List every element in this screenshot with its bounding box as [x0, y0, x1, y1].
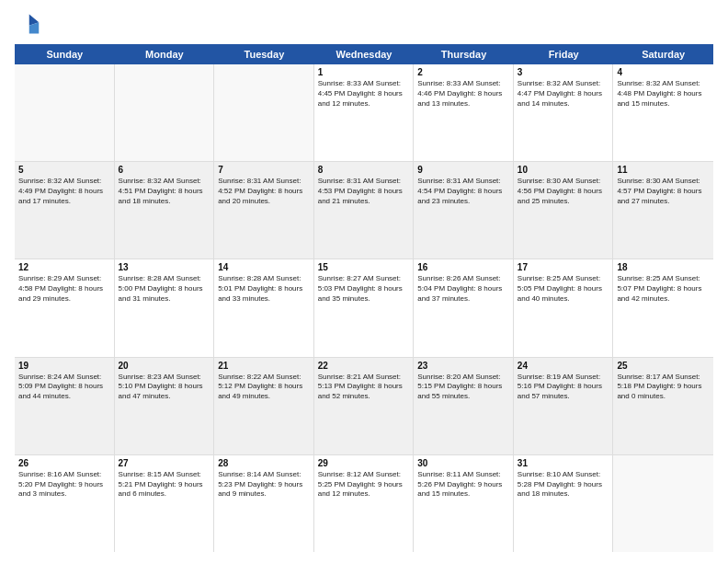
day-number: 5: [18, 165, 110, 175]
cal-cell: 25Sunrise: 8:17 AM Sunset: 5:18 PM Dayli…: [613, 358, 713, 454]
weekday-header-thursday: Thursday: [414, 44, 514, 64]
day-number: 14: [218, 262, 310, 272]
cal-cell: 16Sunrise: 8:26 AM Sunset: 5:04 PM Dayli…: [414, 259, 514, 356]
weekday-header-friday: Friday: [514, 44, 614, 64]
cell-text: Sunrise: 8:33 AM Sunset: 4:46 PM Dayligh…: [417, 79, 509, 109]
cal-cell: 19Sunrise: 8:24 AM Sunset: 5:09 PM Dayli…: [15, 358, 115, 454]
cal-cell: 22Sunrise: 8:21 AM Sunset: 5:13 PM Dayli…: [314, 358, 415, 454]
day-number: 6: [119, 165, 210, 175]
day-number: 1: [318, 67, 410, 77]
cal-cell: 30Sunrise: 8:11 AM Sunset: 5:26 PM Dayli…: [414, 455, 514, 552]
cell-text: Sunrise: 8:11 AM Sunset: 5:26 PM Dayligh…: [417, 470, 509, 500]
weekday-header-saturday: Saturday: [613, 44, 713, 64]
cal-cell: 28Sunrise: 8:14 AM Sunset: 5:23 PM Dayli…: [214, 455, 314, 552]
cell-text: Sunrise: 8:28 AM Sunset: 5:01 PM Dayligh…: [218, 274, 310, 304]
cal-cell: [15, 64, 115, 161]
cell-text: Sunrise: 8:14 AM Sunset: 5:23 PM Dayligh…: [218, 470, 310, 500]
cal-cell: 11Sunrise: 8:30 AM Sunset: 4:57 PM Dayli…: [613, 162, 713, 259]
day-number: 30: [417, 458, 509, 468]
cell-text: Sunrise: 8:17 AM Sunset: 5:18 PM Dayligh…: [617, 373, 710, 402]
day-number: 23: [417, 361, 509, 371]
cell-text: Sunrise: 8:22 AM Sunset: 5:12 PM Dayligh…: [218, 373, 310, 402]
cal-cell: 23Sunrise: 8:20 AM Sunset: 5:15 PM Dayli…: [414, 358, 514, 454]
cal-row-1: 1Sunrise: 8:33 AM Sunset: 4:45 PM Daylig…: [15, 64, 713, 162]
cell-text: Sunrise: 8:26 AM Sunset: 5:04 PM Dayligh…: [417, 274, 509, 304]
cal-cell: 18Sunrise: 8:25 AM Sunset: 5:07 PM Dayli…: [613, 259, 713, 356]
weekday-header-wednesday: Wednesday: [314, 44, 415, 64]
cal-cell: 24Sunrise: 8:19 AM Sunset: 5:16 PM Dayli…: [514, 358, 614, 454]
day-number: 13: [119, 262, 210, 272]
page: SundayMondayTuesdayWednesdayThursdayFrid…: [0, 0, 728, 563]
day-number: 15: [318, 262, 410, 272]
day-number: 8: [318, 165, 410, 175]
cal-row-4: 19Sunrise: 8:24 AM Sunset: 5:09 PM Dayli…: [15, 358, 713, 455]
cell-text: Sunrise: 8:28 AM Sunset: 5:00 PM Dayligh…: [119, 274, 210, 304]
cell-text: Sunrise: 8:20 AM Sunset: 5:15 PM Dayligh…: [417, 373, 509, 402]
day-number: 21: [218, 361, 310, 371]
cell-text: Sunrise: 8:31 AM Sunset: 4:54 PM Dayligh…: [417, 177, 509, 206]
cal-cell: 29Sunrise: 8:12 AM Sunset: 5:25 PM Dayli…: [314, 455, 415, 552]
day-number: 7: [218, 165, 310, 175]
day-number: 25: [617, 361, 710, 371]
cal-cell: 21Sunrise: 8:22 AM Sunset: 5:12 PM Dayli…: [214, 358, 314, 454]
logo: [15, 11, 44, 37]
day-number: 29: [318, 458, 410, 468]
day-number: 11: [617, 165, 710, 175]
day-number: 17: [518, 262, 609, 272]
cal-cell: 2Sunrise: 8:33 AM Sunset: 4:46 PM Daylig…: [414, 64, 514, 161]
day-number: 3: [518, 67, 609, 77]
day-number: 31: [518, 458, 609, 468]
cal-cell: 26Sunrise: 8:16 AM Sunset: 5:20 PM Dayli…: [15, 455, 115, 552]
calendar: SundayMondayTuesdayWednesdayThursdayFrid…: [15, 44, 713, 552]
cal-cell: [115, 64, 215, 161]
cell-text: Sunrise: 8:30 AM Sunset: 4:56 PM Dayligh…: [518, 177, 609, 206]
cal-cell: 6Sunrise: 8:32 AM Sunset: 4:51 PM Daylig…: [115, 162, 215, 259]
weekday-header-monday: Monday: [115, 44, 215, 64]
cell-text: Sunrise: 8:25 AM Sunset: 5:05 PM Dayligh…: [518, 274, 609, 304]
cal-cell: 7Sunrise: 8:31 AM Sunset: 4:52 PM Daylig…: [214, 162, 314, 259]
day-number: 27: [119, 458, 210, 468]
cell-text: Sunrise: 8:30 AM Sunset: 4:57 PM Dayligh…: [617, 177, 710, 206]
cal-cell: [613, 455, 713, 552]
cell-text: Sunrise: 8:32 AM Sunset: 4:48 PM Dayligh…: [617, 79, 710, 109]
cal-cell: 15Sunrise: 8:27 AM Sunset: 5:03 PM Dayli…: [314, 259, 415, 356]
cal-cell: 31Sunrise: 8:10 AM Sunset: 5:28 PM Dayli…: [514, 455, 614, 552]
cal-cell: 14Sunrise: 8:28 AM Sunset: 5:01 PM Dayli…: [214, 259, 314, 356]
cal-cell: 1Sunrise: 8:33 AM Sunset: 4:45 PM Daylig…: [314, 64, 415, 161]
day-number: 10: [518, 165, 609, 175]
cell-text: Sunrise: 8:15 AM Sunset: 5:21 PM Dayligh…: [119, 470, 210, 500]
cal-cell: 17Sunrise: 8:25 AM Sunset: 5:05 PM Dayli…: [514, 259, 614, 356]
cal-cell: 9Sunrise: 8:31 AM Sunset: 4:54 PM Daylig…: [414, 162, 514, 259]
cell-text: Sunrise: 8:19 AM Sunset: 5:16 PM Dayligh…: [518, 373, 609, 402]
cell-text: Sunrise: 8:31 AM Sunset: 4:52 PM Dayligh…: [218, 177, 310, 206]
logo-icon: [15, 11, 40, 37]
day-number: 22: [318, 361, 410, 371]
cell-text: Sunrise: 8:21 AM Sunset: 5:13 PM Dayligh…: [318, 373, 410, 402]
cal-cell: [214, 64, 314, 161]
cal-row-3: 12Sunrise: 8:29 AM Sunset: 4:58 PM Dayli…: [15, 259, 713, 357]
cal-row-5: 26Sunrise: 8:16 AM Sunset: 5:20 PM Dayli…: [15, 455, 713, 552]
cal-cell: 13Sunrise: 8:28 AM Sunset: 5:00 PM Dayli…: [115, 259, 215, 356]
day-number: 26: [18, 458, 110, 468]
day-number: 4: [617, 67, 710, 77]
cell-text: Sunrise: 8:25 AM Sunset: 5:07 PM Dayligh…: [617, 274, 710, 304]
cell-text: Sunrise: 8:31 AM Sunset: 4:53 PM Dayligh…: [318, 177, 410, 206]
cell-text: Sunrise: 8:23 AM Sunset: 5:10 PM Dayligh…: [119, 373, 210, 402]
cell-text: Sunrise: 8:29 AM Sunset: 4:58 PM Dayligh…: [18, 274, 110, 304]
day-number: 18: [617, 262, 710, 272]
calendar-header: SundayMondayTuesdayWednesdayThursdayFrid…: [15, 44, 713, 64]
day-number: 20: [119, 361, 210, 371]
cell-text: Sunrise: 8:27 AM Sunset: 5:03 PM Dayligh…: [318, 274, 410, 304]
cal-cell: 10Sunrise: 8:30 AM Sunset: 4:56 PM Dayli…: [514, 162, 614, 259]
day-number: 28: [218, 458, 310, 468]
day-number: 12: [18, 262, 110, 272]
cell-text: Sunrise: 8:12 AM Sunset: 5:25 PM Dayligh…: [318, 470, 410, 500]
cal-cell: 27Sunrise: 8:15 AM Sunset: 5:21 PM Dayli…: [115, 455, 215, 552]
cal-cell: 12Sunrise: 8:29 AM Sunset: 4:58 PM Dayli…: [15, 259, 115, 356]
cal-cell: 20Sunrise: 8:23 AM Sunset: 5:10 PM Dayli…: [115, 358, 215, 454]
cell-text: Sunrise: 8:10 AM Sunset: 5:28 PM Dayligh…: [518, 470, 609, 500]
cell-text: Sunrise: 8:32 AM Sunset: 4:51 PM Dayligh…: [119, 177, 210, 206]
cal-cell: 5Sunrise: 8:32 AM Sunset: 4:49 PM Daylig…: [15, 162, 115, 259]
cell-text: Sunrise: 8:24 AM Sunset: 5:09 PM Dayligh…: [18, 373, 110, 402]
weekday-header-tuesday: Tuesday: [214, 44, 314, 64]
